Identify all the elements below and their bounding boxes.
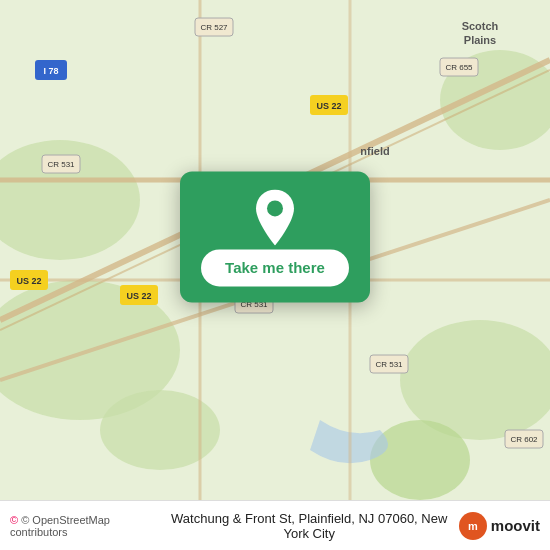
svg-point-6 [100,390,220,470]
moovit-brand: moovit [491,517,540,534]
location-popup: Take me there [180,171,370,302]
map: US 22 US 22 I 78 CR 527 US 22 CR 655 CR … [0,0,550,500]
svg-text:CR 531: CR 531 [375,360,403,369]
map-pin-icon [251,189,299,237]
svg-point-37 [267,200,283,216]
moovit-icon: m [459,512,487,540]
svg-text:US 22: US 22 [16,276,41,286]
svg-text:CR 655: CR 655 [445,63,473,72]
osm-text: © OpenStreetMap contributors [10,514,110,538]
moovit-logo: m moovit [459,512,540,540]
svg-text:I 78: I 78 [43,66,58,76]
svg-text:Scotch: Scotch [462,20,499,32]
osm-symbol: © [10,514,18,526]
svg-text:CR 602: CR 602 [510,435,538,444]
bottom-bar: © © OpenStreetMap contributors Watchung … [0,500,550,550]
svg-text:CR 527: CR 527 [200,23,228,32]
svg-text:US 22: US 22 [316,101,341,111]
svg-point-5 [370,420,470,500]
svg-text:Plains: Plains [464,34,496,46]
svg-text:nfield: nfield [360,145,389,157]
svg-text:CR 531: CR 531 [47,160,75,169]
take-me-there-button[interactable]: Take me there [201,249,349,286]
address-text: Watchung & Front St, Plainfield, NJ 0706… [160,511,459,541]
svg-text:US 22: US 22 [126,291,151,301]
copyright-text: © © OpenStreetMap contributors [10,514,160,538]
